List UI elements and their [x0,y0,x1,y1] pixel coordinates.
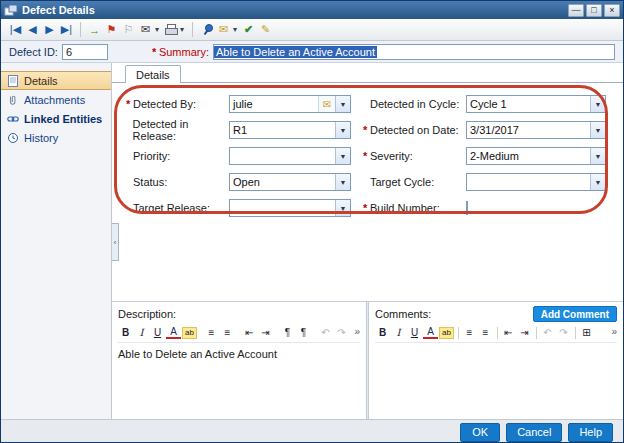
highlight-icon[interactable]: ab [439,327,454,339]
tab-bar: Details [112,63,623,83]
underline-icon[interactable]: U [150,325,165,340]
sidebar-item-details[interactable]: Details [1,71,111,90]
pin-defect-icon[interactable] [199,21,214,39]
detected-by-combo[interactable]: julie✉▼ [229,95,351,113]
insert-table-icon[interactable]: ⊞ [579,325,594,340]
send-by-email-caret-icon[interactable]: ▾ [153,21,161,39]
detected-in-cycle-combo[interactable]: Cycle 1▼ [466,95,606,113]
email-picker-icon[interactable]: ✉ [318,96,335,112]
details-form: *Detected By: julie✉▼ Detected in Cycle:… [112,83,623,301]
maximize-button[interactable]: □ [586,4,602,17]
required-marker: * [363,150,370,162]
indent-icon[interactable]: ⇥ [517,325,532,340]
print-caret-icon[interactable]: ▾ [178,21,186,39]
description-toolbar: B I U A ab ≡ ≡ ⇤ ⇥ ¶ ¶ [118,323,360,343]
form-row: *Detected By: julie✉▼ Detected in Cycle:… [112,91,623,117]
form-row: Status: Open▼ Target Cycle: ▼ [112,169,623,195]
dropdown-arrow-icon[interactable]: ▼ [335,200,350,216]
comments-toolbar: B I U A ab ≡ ≡ ⇤ ⇥ ↶ ↷ [375,323,617,343]
last-defect-icon[interactable]: ▶| [59,21,74,39]
main-panel: Details *Detected By: julie✉▼ Detected i… [112,63,623,419]
comments-label: Comments: [375,308,431,320]
sidebar-item-attachments[interactable]: Attachments [1,90,111,109]
bold-icon[interactable]: B [118,325,133,340]
cancel-button[interactable]: Cancel [506,423,562,442]
send-by-email-icon[interactable]: ✉ [138,21,153,39]
email-template-caret-icon[interactable]: ▾ [231,21,239,39]
target-release-combo[interactable]: ▼ [229,199,351,217]
dropdown-arrow-icon[interactable]: ▼ [590,174,605,190]
priority-combo[interactable]: ▼ [229,147,351,165]
redo-icon[interactable]: ↷ [334,325,349,340]
bullet-list-icon[interactable]: ≡ [462,325,477,340]
font-color-icon[interactable]: A [423,327,438,339]
tab-details[interactable]: Details [125,65,181,83]
target-release-label: Target Release: [133,202,210,214]
outdent-icon[interactable]: ⇤ [242,325,257,340]
help-button[interactable]: Help [568,423,613,442]
dropdown-arrow-icon[interactable]: ▼ [335,174,350,190]
go-to-defect-icon[interactable]: → [87,21,102,39]
toolbar-overflow-icon[interactable]: » [354,326,360,337]
build-number-label: Build Number: [370,202,440,214]
edit-template-icon[interactable]: ✎ [258,21,273,39]
font-color-icon[interactable]: A [166,327,181,339]
print-icon[interactable] [163,21,178,39]
toolbar-separator [192,22,193,37]
collapse-panel-handle[interactable]: ‹ [112,223,119,261]
close-button[interactable]: × [604,4,620,17]
build-number-input[interactable] [466,201,468,215]
severity-combo[interactable]: 2-Medium▼ [466,147,606,165]
detected-by-label: Detected By: [133,98,196,110]
previous-defect-icon[interactable]: ◀ [25,21,40,39]
sidebar-item-label: History [24,132,58,144]
minimize-button[interactable]: — [568,4,584,17]
email-template-icon[interactable]: ✉ [216,21,231,39]
detected-on-date-combo[interactable]: 3/31/2017▼ [466,121,606,139]
status-label: Status: [133,176,167,188]
underline-icon[interactable]: U [407,325,422,340]
summary-selected-text: Able to Delete an Active Account [214,46,377,58]
spell-check-icon[interactable]: ✔ [241,21,256,39]
indent-icon[interactable]: ⇥ [258,325,273,340]
dropdown-arrow-icon[interactable]: ▼ [335,148,350,164]
summary-input[interactable]: Able to Delete an Active Account [213,44,615,60]
ok-button[interactable]: OK [460,423,500,442]
description-editor[interactable]: Able to Delete an Active Account [118,343,360,416]
bullet-list-icon[interactable]: ≡ [204,325,219,340]
add-comment-button[interactable]: Add Comment [533,306,617,322]
dropdown-arrow-icon[interactable]: ▼ [590,148,605,164]
redo-icon[interactable]: ↷ [556,325,571,340]
clear-flag-icon[interactable]: ⚐ [121,21,136,39]
italic-icon[interactable]: I [134,325,149,340]
first-defect-icon[interactable]: |◀ [8,21,23,39]
undo-icon[interactable]: ↶ [318,325,333,340]
details-icon [7,75,19,87]
comments-editor[interactable] [375,343,617,416]
paragraph-rtl-icon[interactable]: ¶ [296,325,311,340]
paragraph-ltr-icon[interactable]: ¶ [280,325,295,340]
detected-in-release-combo[interactable]: R1▼ [229,121,351,139]
numbered-list-icon[interactable]: ≡ [478,325,493,340]
comments-panel: Comments: Add Comment B I U A ab ≡ ≡ ⇤ [369,302,623,419]
dropdown-arrow-icon[interactable]: ▼ [590,96,605,112]
dropdown-arrow-icon[interactable]: ▼ [335,96,350,112]
toolbar-overflow-icon[interactable]: » [611,326,617,337]
bold-icon[interactable]: B [375,325,390,340]
sidebar-item-history[interactable]: History [1,128,111,147]
sidebar-item-linked-entities[interactable]: Linked Entities [1,109,111,128]
italic-icon[interactable]: I [391,325,406,340]
dropdown-arrow-icon[interactable]: ▼ [335,122,350,138]
next-defect-icon[interactable]: ▶ [42,21,57,39]
dropdown-arrow-icon[interactable]: ▼ [590,122,605,138]
flag-for-follow-up-icon[interactable]: ⚑ [104,21,119,39]
target-cycle-combo[interactable]: ▼ [466,173,606,191]
status-combo[interactable]: Open▼ [229,173,351,191]
undo-icon[interactable]: ↶ [540,325,555,340]
outdent-icon[interactable]: ⇤ [501,325,516,340]
highlight-icon[interactable]: ab [182,327,197,339]
toolbar-separator [80,22,81,37]
numbered-list-icon[interactable]: ≡ [220,325,235,340]
sidebar-item-label: Details [24,75,58,87]
defect-details-window: Defect Details — □ × |◀ ◀ ▶ ▶| → ⚑ ⚐ ✉ ▾… [0,0,624,443]
